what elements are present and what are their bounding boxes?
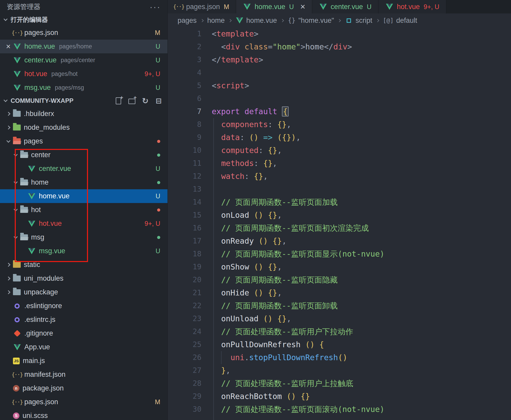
open-editor-home.vue[interactable]: ×home.vuepages/homeU — [0, 40, 167, 53]
tree-item-node_modules[interactable]: node_modules — [0, 121, 167, 134]
file-name: .hbuilderx — [24, 110, 54, 118]
tab-center.vue[interactable]: center.vueU — [312, 0, 378, 13]
tree-item-.gitignore[interactable]: .gitignore — [0, 327, 167, 340]
folder-open-icon — [13, 138, 21, 144]
new-folder-icon[interactable] — [128, 97, 136, 105]
tab-home.vue[interactable]: home.vueU× — [236, 0, 312, 13]
refresh-icon[interactable] — [141, 97, 149, 105]
tree-item-hot.vue[interactable]: hot.vue9+, U — [0, 217, 167, 230]
open-editor-msg.vue[interactable]: msg.vuepages/msgU — [0, 81, 167, 95]
line-number: 1 — [168, 27, 212, 40]
tree-item-pages[interactable]: pages — [0, 134, 167, 148]
open-editor-hot.vue[interactable]: hot.vuepages/hot9+, U — [0, 67, 167, 81]
git-status-dot — [157, 181, 160, 184]
tree-item-.hbuilderx[interactable]: .hbuilderx — [0, 107, 167, 121]
tree-item-.eslintrc.js[interactable]: .eslintrc.js — [0, 313, 167, 327]
code-line: 22 // 页面周期函数--监听页面卸载 — [168, 299, 511, 312]
git-status-dot — [157, 208, 160, 212]
indent-guide — [221, 351, 222, 364]
file-name: uni_modules — [24, 274, 63, 283]
eslint-icon — [13, 302, 21, 310]
code-line: 19 onShow () {}, — [168, 260, 511, 273]
tree-item-App.vue[interactable]: App.vue — [0, 340, 167, 354]
tree-item-main.js[interactable]: JSmain.js — [0, 354, 167, 368]
more-actions-icon[interactable]: ··· — [150, 2, 161, 12]
git-status-dot — [157, 154, 160, 157]
tree-item-pages.json[interactable]: {··}pages.jsonM — [0, 395, 167, 409]
tree-item-uni_modules[interactable]: uni_modules — [0, 272, 167, 285]
tree-item-center[interactable]: center — [0, 148, 167, 162]
tree-item-home[interactable]: home — [0, 176, 167, 189]
line-number: 20 — [168, 273, 212, 286]
status-badge: U — [156, 247, 160, 255]
open-editor-center.vue[interactable]: center.vuepages/centerU — [0, 53, 167, 67]
tree-item-unpackage[interactable]: unpackage — [0, 285, 167, 299]
breadcrumb-item[interactable]: home — [207, 17, 225, 25]
tree-item-msg[interactable]: msg — [0, 230, 167, 244]
tab-pages.json[interactable]: {··}pages.jsonM — [168, 0, 236, 13]
tree-item-package.json[interactable]: npackage.json — [0, 381, 167, 395]
file-name: pages.json — [24, 398, 58, 406]
file-name: msg — [31, 233, 44, 241]
tree-item-msg.vue[interactable]: msg.vueU — [0, 244, 167, 258]
code-line: 5<script> — [168, 79, 511, 92]
file-name: unpackage — [24, 288, 58, 296]
line-number: 28 — [168, 377, 212, 390]
tree-item-uni.scss[interactable]: Suni.scss — [0, 409, 167, 420]
collapse-all-icon[interactable] — [155, 97, 163, 105]
line-number: 2 — [168, 40, 212, 53]
line-number: 27 — [168, 364, 212, 377]
line-number: 12 — [168, 170, 212, 183]
breadcrumb-item[interactable]: pages — [178, 17, 197, 25]
tab-label: pages.json — [186, 3, 220, 11]
tree-item-static[interactable]: static — [0, 258, 167, 272]
tab-hot.vue[interactable]: hot.vue9+, U — [378, 0, 446, 13]
line-number: 3 — [168, 53, 212, 66]
chevron-right-icon — [6, 263, 10, 267]
code-line: 27 }, — [168, 364, 511, 377]
tree-item-home.vue[interactable]: home.vueU — [0, 189, 167, 203]
file-name: main.js — [23, 357, 45, 365]
status-badge: U — [156, 56, 160, 64]
breadcrumb: pageshomehome.vue{}"home.vue"script[@]de… — [168, 13, 511, 27]
code-line: 2 <div class="home">home</div> — [168, 40, 511, 53]
file-name: hot.vue — [24, 70, 47, 78]
breadcrumb-item[interactable]: home.vue — [235, 17, 277, 25]
chevron-down-icon — [13, 152, 18, 156]
breadcrumb-item[interactable]: {}"home.vue" — [288, 17, 334, 25]
close-icon[interactable]: × — [300, 2, 305, 12]
folder-open-icon — [20, 152, 28, 158]
new-file-icon[interactable] — [114, 97, 122, 105]
project-header[interactable]: COMMUNITY-WXAPP — [0, 95, 167, 107]
close-icon[interactable]: × — [4, 42, 13, 51]
chevron-down-icon — [13, 235, 18, 239]
code-editor[interactable]: 1<template>2 <div class="home">home</div… — [168, 27, 511, 420]
explorer-title: 资源管理器 — [7, 2, 40, 11]
line-number: 11 — [168, 157, 212, 170]
breadcrumb-label: home.vue — [246, 17, 277, 25]
breadcrumb-item[interactable]: [@]default — [383, 17, 417, 25]
open-editors-header[interactable]: 打开的编辑器 — [0, 13, 167, 26]
vue-icon — [27, 192, 36, 200]
status-badge: U — [156, 165, 160, 172]
open-editor-pages.json[interactable]: {··}pages.jsonM — [0, 26, 167, 40]
vue-icon — [319, 3, 327, 11]
explorer-header: 资源管理器 ··· — [0, 0, 167, 13]
file-name: home.vue — [24, 42, 55, 50]
file-name: App.vue — [24, 343, 50, 351]
tree-item-manifest.json[interactable]: {··}manifest.json — [0, 368, 167, 381]
vue-icon — [13, 84, 21, 92]
file-name: msg.vue — [24, 84, 51, 92]
line-number: 13 — [168, 183, 212, 196]
git-status-dot — [157, 236, 160, 239]
file-name: .eslintrc.js — [24, 316, 55, 324]
tree-item-center.vue[interactable]: center.vueU — [0, 162, 167, 176]
tree-item-hot[interactable]: hot — [0, 203, 167, 217]
tree-item-.eslintignore[interactable]: .eslintignore — [0, 299, 167, 313]
code-line: 25 onPullDownRefresh () { — [168, 338, 511, 351]
tab-label: center.vue — [331, 3, 363, 11]
status-badge: 9+, U — [424, 3, 439, 11]
chevron-right-icon — [6, 126, 10, 130]
breadcrumb-item[interactable]: script — [345, 17, 372, 25]
file-name: msg.vue — [39, 247, 65, 255]
